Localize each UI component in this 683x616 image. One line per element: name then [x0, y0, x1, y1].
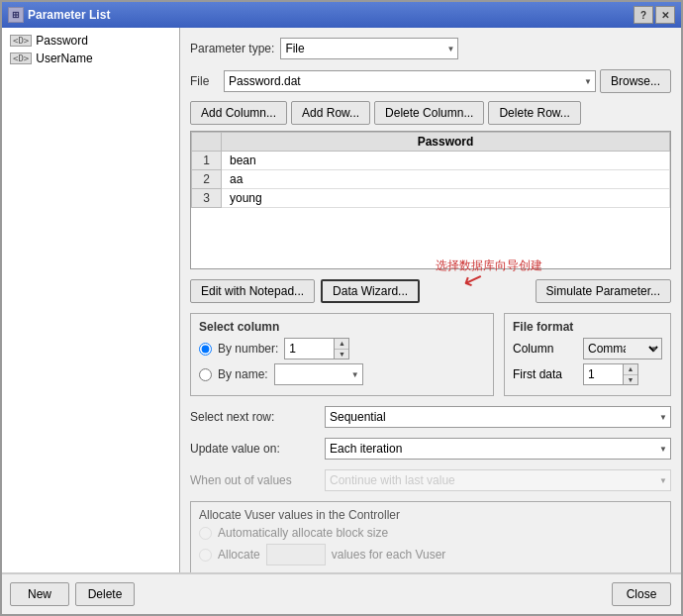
close-button[interactable]: Close: [612, 582, 671, 606]
first-data-input-group: ▲ ▼: [583, 363, 638, 385]
toolbar-row: Add Column... Add Row... Delete Column..…: [190, 101, 671, 125]
by-name-radio[interactable]: [199, 368, 212, 381]
row-num-header: [192, 133, 222, 152]
help-button[interactable]: ?: [634, 6, 653, 24]
select-next-row-row: Select next row: Sequential Random Uniqu…: [190, 406, 671, 428]
delete-button[interactable]: Delete: [75, 582, 135, 606]
update-value-row: Update value on: Each iteration Each occ…: [190, 438, 671, 460]
add-row-button[interactable]: Add Row...: [291, 101, 370, 125]
auto-allocate-label: Automatically allocate block size: [218, 526, 388, 540]
param-type-select[interactable]: File Table User Defined: [280, 38, 458, 59]
by-number-spin-up[interactable]: ▲: [335, 339, 348, 350]
first-data-spin-down[interactable]: ▼: [624, 375, 637, 385]
by-name-select[interactable]: [274, 363, 363, 385]
allocate-values-label: values for each Vuser: [332, 548, 446, 562]
file-row: File Password.dat Browse...: [190, 69, 671, 93]
when-out-row: When out of values Continue with last va…: [190, 469, 671, 491]
manual-allocate-label: Allocate: [218, 548, 260, 562]
when-out-label: When out of values: [190, 473, 319, 487]
table-row: 1bean: [192, 152, 670, 170]
parameter-list-window: ⊞ Parameter List ? ✕ <D> Password <D> Us…: [0, 0, 683, 616]
first-data-row: First data ▲ ▼: [513, 363, 662, 385]
parameter-sidebar: <D> Password <D> UserName: [2, 28, 180, 572]
window-icon: ⊞: [8, 7, 24, 23]
allocate-value-input[interactable]: [266, 544, 326, 565]
when-out-select[interactable]: Continue with last value Abort Vuser Cyc…: [325, 469, 671, 491]
edit-notepad-button[interactable]: Edit with Notepad...: [190, 279, 315, 303]
select-next-row-label: Select next row:: [190, 410, 319, 424]
sidebar-label-username: UserName: [36, 51, 92, 65]
sidebar-item-password[interactable]: <D> Password: [6, 32, 175, 50]
two-column-section: Select column By number: ▲ ▼: [190, 313, 671, 396]
file-format-title: File format: [513, 320, 662, 334]
select-column-section: Select column By number: ▲ ▼: [190, 313, 494, 396]
auto-allocate-radio[interactable]: [199, 527, 212, 540]
row-value: bean: [222, 152, 670, 170]
by-number-input[interactable]: [284, 338, 334, 359]
select-column-title: Select column: [199, 320, 485, 334]
first-data-input[interactable]: [583, 363, 623, 385]
annotation-text: 选择数据库向导创建: [436, 257, 542, 274]
manual-allocate-row: Allocate values for each Vuser: [199, 544, 662, 565]
row-value: aa: [222, 170, 670, 189]
row-number: 1: [192, 152, 222, 170]
first-data-spinners: ▲ ▼: [623, 363, 638, 385]
update-value-label: Update value on:: [190, 442, 319, 456]
select-next-row-select[interactable]: Sequential Random Unique: [325, 406, 671, 428]
data-table: Password 1bean2aa3young: [191, 132, 670, 208]
param-icon-username: <D>: [10, 52, 32, 64]
window-title: Parameter List: [28, 8, 110, 22]
close-button-titlebar[interactable]: ✕: [655, 6, 675, 24]
update-value-select[interactable]: Each iteration Each occurrence Once: [325, 438, 671, 460]
allocate-section: Allocate Vuser values in the Controller …: [190, 501, 671, 572]
column-format-select[interactable]: Comma Tab Space: [583, 338, 662, 359]
row-number: 3: [192, 189, 222, 208]
by-name-row: By name:: [199, 363, 485, 385]
table-row: 3young: [192, 189, 670, 208]
param-type-row: Parameter type: File Table User Defined: [190, 38, 671, 59]
by-number-row: By number: ▲ ▼: [199, 338, 485, 359]
action-annotation-container: ↙ 选择数据库向导创建 Edit with Notepad... Data Wi…: [190, 275, 671, 303]
column-format-label: Column: [513, 342, 577, 356]
file-format-section: File format Column Comma Tab Space: [504, 313, 671, 396]
by-number-spin-down[interactable]: ▼: [335, 350, 348, 359]
data-wizard-button[interactable]: Data Wizard...: [321, 279, 420, 303]
titlebar: ⊞ Parameter List ? ✕: [2, 2, 681, 28]
data-table-container: Password 1bean2aa3young: [190, 131, 671, 269]
by-name-label: By name:: [218, 367, 268, 381]
row-number: 2: [192, 170, 222, 189]
bottom-bar: Close: [180, 573, 681, 614]
by-number-label: By number:: [218, 342, 278, 356]
file-label: File: [190, 74, 220, 88]
table-row: 2aa: [192, 170, 670, 189]
new-button[interactable]: New: [10, 582, 69, 606]
simulate-parameter-button[interactable]: Simulate Parameter...: [536, 279, 671, 303]
by-number-input-group: ▲ ▼: [284, 338, 349, 359]
param-type-label: Parameter type:: [190, 42, 274, 55]
main-area: Parameter type: File Table User Defined …: [180, 28, 681, 572]
by-number-radio[interactable]: [199, 343, 212, 356]
bottom-bar-area: New Delete Close: [2, 572, 681, 614]
allocate-title: Allocate Vuser values in the Controller: [199, 508, 662, 522]
action-row: Edit with Notepad... Data Wizard... Simu…: [190, 279, 671, 303]
by-number-spinners: ▲ ▼: [334, 338, 349, 359]
password-column-header: Password: [222, 133, 670, 152]
sidebar-buttons: New Delete: [2, 573, 180, 614]
row-value: young: [222, 189, 670, 208]
add-column-button[interactable]: Add Column...: [190, 101, 287, 125]
delete-column-button[interactable]: Delete Column...: [374, 101, 484, 125]
param-icon-password: <D>: [10, 35, 32, 47]
sidebar-item-username[interactable]: <D> UserName: [6, 50, 175, 67]
browse-button[interactable]: Browse...: [600, 69, 671, 93]
first-data-spin-up[interactable]: ▲: [624, 364, 637, 375]
manual-allocate-radio[interactable]: [199, 549, 212, 562]
column-format-row: Column Comma Tab Space: [513, 338, 662, 359]
file-select[interactable]: Password.dat: [224, 70, 596, 92]
delete-row-button[interactable]: Delete Row...: [488, 101, 580, 125]
sidebar-label-password: Password: [36, 34, 88, 48]
first-data-label: First data: [513, 367, 577, 381]
auto-allocate-row: Automatically allocate block size: [199, 526, 662, 540]
